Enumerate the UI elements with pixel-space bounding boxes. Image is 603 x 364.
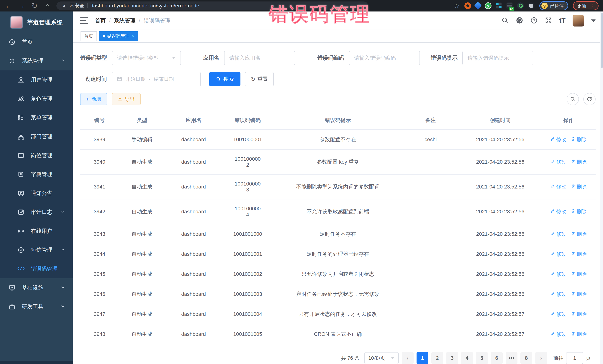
font-size-icon[interactable]: tT bbox=[559, 17, 566, 25]
page-button-3[interactable]: 3 bbox=[446, 352, 458, 364]
page-button-5[interactable]: 5 bbox=[476, 352, 488, 364]
sidebar-item-dict[interactable]: 字典管理 bbox=[0, 165, 73, 184]
cell-app: dashboard bbox=[165, 174, 222, 199]
home-icon[interactable]: ⌂ bbox=[43, 2, 52, 9]
search-button[interactable]: 搜索 bbox=[209, 72, 241, 86]
error-code-input[interactable] bbox=[354, 55, 415, 61]
breadcrumb-system[interactable]: 系统管理 bbox=[114, 17, 135, 24]
app-name-input[interactable] bbox=[229, 55, 290, 61]
forward-icon[interactable]: → bbox=[17, 2, 26, 9]
delete-link[interactable]: 删除 bbox=[571, 231, 587, 237]
end-date-placeholder: 结束日期 bbox=[154, 76, 174, 82]
trash-icon bbox=[571, 184, 576, 190]
scrollbar-thumb[interactable] bbox=[601, 13, 603, 68]
sidebar-logo-row[interactable]: 芋道管理系统 bbox=[0, 11, 73, 33]
sidebar-item-sms[interactable]: 短信管理 bbox=[0, 241, 73, 259]
delete-link[interactable]: 删除 bbox=[571, 311, 587, 318]
reload-icon[interactable]: ↻ bbox=[30, 2, 39, 9]
breadcrumb-home[interactable]: 首页 bbox=[95, 17, 106, 24]
date-range-picker[interactable]: 开始日期 - 结束日期 bbox=[112, 72, 201, 86]
bookmark-star-icon[interactable]: ☆ bbox=[454, 2, 460, 10]
back-icon[interactable]: ← bbox=[4, 2, 13, 9]
goto-page-input[interactable] bbox=[566, 352, 583, 364]
browser-menu-icon[interactable]: ⋮ bbox=[590, 4, 595, 7]
edit-link[interactable]: 修改 bbox=[550, 231, 566, 237]
sidebar-item-dept[interactable]: 部门管理 bbox=[0, 127, 73, 146]
sidebar-item-home[interactable]: 首页 bbox=[0, 33, 73, 52]
sidebar-item-role[interactable]: 角色管理 bbox=[0, 89, 73, 108]
sidebar-item-error-code[interactable]: </>错误码管理 bbox=[0, 259, 73, 278]
extension-icon-orange[interactable] bbox=[464, 2, 471, 9]
add-button[interactable]: + 新增 bbox=[80, 93, 107, 105]
error-hint-input[interactable] bbox=[468, 55, 528, 61]
prev-page-button[interactable]: ‹ bbox=[402, 352, 414, 364]
edit-link[interactable]: 修改 bbox=[550, 208, 566, 215]
github-icon[interactable] bbox=[516, 17, 523, 25]
delete-link[interactable]: 删除 bbox=[571, 136, 587, 143]
delete-link[interactable]: 删除 bbox=[571, 331, 587, 338]
edit-link[interactable]: 修改 bbox=[550, 136, 566, 143]
collapse-menu-icon[interactable] bbox=[80, 17, 88, 24]
edit-link[interactable]: 修改 bbox=[550, 271, 566, 277]
address-bar[interactable]: ▲ 不安全 dashboard.yudao.iocoder.cn/system/… bbox=[56, 1, 368, 10]
cell-memo: ceshi bbox=[402, 130, 459, 150]
sidebar-item-audit-log[interactable]: 审计日志 bbox=[0, 203, 73, 222]
user-menu-caret-icon[interactable] bbox=[591, 20, 596, 22]
extension-icon-green[interactable]: y bbox=[485, 2, 491, 9]
delete-link[interactable]: 删除 bbox=[571, 184, 587, 190]
extension-icon-grid[interactable] bbox=[496, 2, 502, 9]
tab-error-code[interactable]: 错误码管理 × bbox=[99, 31, 138, 41]
browser-profile-chip[interactable]: 已暂停 bbox=[539, 1, 568, 10]
extension-icon-gem[interactable] bbox=[474, 2, 482, 10]
page-button-8[interactable]: 8 bbox=[521, 352, 532, 364]
page-button-1[interactable]: 1 bbox=[417, 352, 429, 364]
page-button-2[interactable]: 2 bbox=[431, 352, 443, 364]
reset-button[interactable]: ↻ 重置 bbox=[245, 72, 274, 86]
close-tab-icon[interactable]: × bbox=[132, 34, 135, 39]
sidebar-item-menu[interactable]: 菜单管理 bbox=[0, 108, 73, 127]
sidebar-item-notice[interactable]: 通知公告 bbox=[0, 184, 73, 203]
sidebar-item-user[interactable]: 用户管理 bbox=[0, 70, 73, 89]
delete-link[interactable]: 删除 bbox=[571, 251, 587, 257]
cell-message: 不允许获取敏感配置到前端 bbox=[274, 199, 402, 224]
error-type-select[interactable]: 请选择错误码类型 bbox=[112, 51, 181, 65]
page-button-4[interactable]: 4 bbox=[461, 352, 473, 364]
edit-link[interactable]: 修改 bbox=[550, 331, 566, 338]
delete-link[interactable]: 删除 bbox=[571, 159, 587, 165]
next-page-button[interactable]: › bbox=[535, 352, 547, 364]
edit-link[interactable]: 修改 bbox=[550, 159, 566, 165]
edit-link[interactable]: 修改 bbox=[550, 291, 566, 298]
column-header: 应用名 bbox=[165, 111, 222, 130]
help-icon[interactable] bbox=[530, 17, 538, 25]
browser-update-button[interactable]: 更新 ⋮ bbox=[573, 1, 599, 10]
sidebar-item-system[interactable]: 系统管理 bbox=[0, 52, 73, 70]
export-button[interactable]: 导出 bbox=[112, 93, 141, 105]
sidebar-item-online-user[interactable]: 在线用户 bbox=[0, 222, 73, 241]
page-button-6[interactable]: 6 bbox=[491, 352, 503, 364]
sidebar-item-infra[interactable]: 基础设施 bbox=[0, 278, 73, 297]
fullscreen-icon[interactable] bbox=[545, 17, 552, 25]
refresh-table-button[interactable] bbox=[583, 93, 596, 105]
delete-link[interactable]: 删除 bbox=[571, 271, 587, 277]
sidebar-item-label: 短信管理 bbox=[31, 246, 52, 254]
tab-home[interactable]: 首页 bbox=[81, 31, 97, 41]
delete-link[interactable]: 删除 bbox=[571, 208, 587, 215]
window-scrollbar[interactable] bbox=[600, 11, 603, 364]
user-avatar[interactable] bbox=[573, 15, 584, 26]
extension-icon-key[interactable] bbox=[517, 2, 524, 9]
delete-link[interactable]: 删除 bbox=[571, 291, 587, 298]
page-size-select[interactable]: 10条/页 bbox=[364, 352, 399, 364]
edit-link[interactable]: 修改 bbox=[550, 184, 566, 190]
extension-icon-switch[interactable] bbox=[506, 2, 513, 9]
search-icon[interactable] bbox=[501, 17, 509, 25]
cell-type: 自动生成 bbox=[119, 324, 165, 344]
toggle-search-button[interactable] bbox=[567, 93, 579, 105]
cell-id: 3942 bbox=[80, 199, 119, 224]
sidebar-item-post[interactable]: 岗位管理 bbox=[0, 146, 73, 165]
sidebar-item-devtools[interactable]: 研发工具 bbox=[0, 297, 73, 316]
more-pages-button[interactable]: ••• bbox=[506, 352, 517, 364]
edit-link[interactable]: 修改 bbox=[550, 251, 566, 257]
extensions-puzzle-icon[interactable] bbox=[528, 2, 534, 9]
url-divider bbox=[87, 3, 88, 8]
edit-link[interactable]: 修改 bbox=[550, 311, 566, 318]
